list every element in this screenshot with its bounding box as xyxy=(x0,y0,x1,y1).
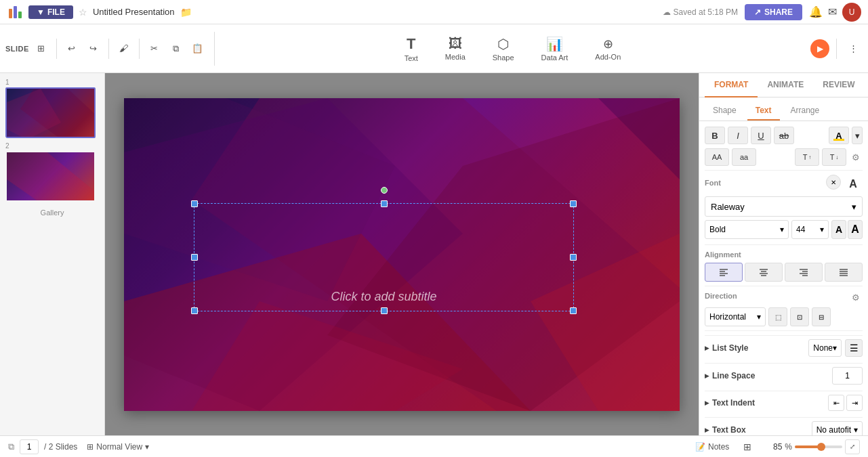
superscript-button[interactable]: T↑ xyxy=(795,148,819,166)
slide-number-input[interactable] xyxy=(20,439,39,454)
notes-button[interactable]: 📝 Notes xyxy=(691,440,733,454)
font-chevron-icon xyxy=(852,202,856,212)
font-a-up-button[interactable]: A xyxy=(844,175,863,194)
direction-rotate-right-btn[interactable]: ⊟ xyxy=(812,307,831,326)
text-box-selected[interactable]: Click to add subtitle xyxy=(194,203,574,311)
handle-middle-left[interactable] xyxy=(191,254,198,261)
zoom-slider-thumb[interactable] xyxy=(817,443,825,451)
handle-top-middle[interactable] xyxy=(381,200,388,207)
color-indicator xyxy=(833,139,844,141)
indent-decrease-button[interactable]: ⇤ xyxy=(828,395,844,411)
play-button[interactable]: ▶ xyxy=(810,39,829,58)
direction-rotate-left-btn[interactable]: ⊡ xyxy=(790,307,809,326)
zoom-control: 85 % ⤢ xyxy=(762,439,860,454)
sub-tab-arrange[interactable]: Arrange xyxy=(783,102,828,121)
handle-middle-right[interactable] xyxy=(570,254,577,261)
direction-horizontal-btn[interactable]: ⬚ xyxy=(768,307,787,326)
direction-settings-icon[interactable]: ⚙ xyxy=(849,290,863,304)
share-button[interactable]: ↗ SHARE xyxy=(745,4,802,20)
divider-2 xyxy=(705,244,863,245)
strikethrough-button[interactable]: ab xyxy=(774,127,794,144)
slide-canvas-1 xyxy=(7,89,94,137)
line-space-header[interactable]: Line Space 1 xyxy=(705,363,863,388)
font-clear-button[interactable]: ✕ xyxy=(826,175,841,190)
right-panel: FORMAT ANIMATE REVIEW Shape Text Arrange… xyxy=(699,73,868,435)
slides-panel: 1 2 Gallery xyxy=(0,73,105,435)
direction-dropdown[interactable]: Horizontal xyxy=(705,307,766,326)
font-size-increase-button[interactable]: A xyxy=(848,220,863,239)
sub-tab-text[interactable]: Text xyxy=(747,102,780,121)
font-size-decrease-button[interactable]: A xyxy=(831,220,846,239)
italic-button[interactable]: I xyxy=(728,127,748,144)
text-tool[interactable]: T Text xyxy=(399,32,423,65)
subscript-button[interactable]: T↓ xyxy=(822,148,846,166)
handle-bottom-left[interactable] xyxy=(191,307,198,314)
folder-icon[interactable]: 📁 xyxy=(180,7,192,18)
tab-format[interactable]: FORMAT xyxy=(705,73,758,97)
list-style-header[interactable]: List Style None ☰ xyxy=(705,335,863,360)
paint-format-button[interactable]: 🖌 xyxy=(115,39,133,58)
shape-tool[interactable]: ⬡ Shape xyxy=(487,33,520,64)
slide-canvas[interactable]: Click to add subtitle xyxy=(124,98,680,411)
copy-button[interactable]: ⧉ xyxy=(167,39,186,58)
cut-button[interactable]: ✂ xyxy=(145,39,164,58)
font-weight-dropdown[interactable]: Bold xyxy=(705,220,789,239)
underline-button[interactable]: U xyxy=(751,127,771,144)
align-left-button[interactable] xyxy=(705,263,743,282)
align-right-button[interactable] xyxy=(785,263,823,282)
lowercase-button[interactable]: aa xyxy=(732,148,756,166)
color-dropdown-button[interactable]: ▾ xyxy=(852,127,863,144)
handle-top-right[interactable] xyxy=(570,200,577,207)
align-justify-button[interactable] xyxy=(825,263,863,282)
slide-thumbnail-1[interactable]: 1 xyxy=(5,79,99,138)
align-center-button[interactable] xyxy=(745,263,783,282)
rotate-handle[interactable] xyxy=(381,187,388,194)
handle-bottom-right[interactable] xyxy=(570,307,577,314)
list-style-more-button[interactable]: ☰ xyxy=(845,339,863,357)
layout-button[interactable]: ⊞ xyxy=(739,438,756,456)
alignment-section: Alignment xyxy=(705,249,863,282)
mail-icon[interactable]: ✉ xyxy=(828,3,837,22)
font-size-dropdown[interactable]: 44 xyxy=(791,220,829,239)
text-color-button[interactable]: A xyxy=(829,127,849,144)
line-space-input[interactable]: 1 xyxy=(832,367,863,385)
canvas-area[interactable]: Click to add subtitle xyxy=(105,73,699,435)
paste-button[interactable]: 📋 xyxy=(188,39,207,58)
slide-img-1[interactable] xyxy=(5,87,96,138)
text-box-fit-dropdown[interactable]: No autofit xyxy=(812,421,863,435)
uppercase-button[interactable]: AA xyxy=(705,148,729,166)
text-box-header[interactable]: Text Box No autofit xyxy=(705,417,863,435)
font-section: Font ✕ A Raleway Bold 44 xyxy=(705,175,863,239)
tab-animate[interactable]: ANIMATE xyxy=(758,73,813,97)
bold-button[interactable]: B xyxy=(705,127,725,144)
indent-increase-button[interactable]: ⇥ xyxy=(846,395,863,411)
media-tool[interactable]: 🖼 Media xyxy=(440,33,471,64)
sub-tab-shape[interactable]: Shape xyxy=(705,102,745,121)
zoom-slider[interactable] xyxy=(795,445,842,448)
tab-review[interactable]: REVIEW xyxy=(813,73,864,97)
zoom-expand-button[interactable]: ⤢ xyxy=(845,439,860,454)
more-options-button[interactable]: ⋮ xyxy=(844,39,863,58)
slide-img-2[interactable] xyxy=(5,151,96,202)
redo-button[interactable]: ↪ xyxy=(84,39,103,58)
add-on-tool[interactable]: ⊕ Add-On xyxy=(590,34,626,64)
direction-label: Direction xyxy=(705,292,737,300)
grid-view-icon[interactable]: ⊞ xyxy=(32,39,51,58)
text-settings-icon[interactable]: ⚙ xyxy=(849,150,863,164)
handle-top-left[interactable] xyxy=(191,200,198,207)
notifications-icon[interactable]: 🔔 xyxy=(809,3,823,22)
slide-thumbnail-2[interactable]: 2 xyxy=(5,142,99,202)
font-name-dropdown[interactable]: Raleway xyxy=(705,196,863,217)
file-menu-button[interactable]: ▼ FILE xyxy=(28,5,73,19)
handle-bottom-middle[interactable] xyxy=(381,307,388,314)
favorite-icon[interactable]: ☆ xyxy=(79,7,87,18)
user-avatar[interactable]: U xyxy=(842,3,861,22)
view-mode-button[interactable]: ⊞ Normal View ▾ xyxy=(83,440,153,454)
list-style-dropdown[interactable]: None xyxy=(808,339,842,357)
cloud-icon: ☁ xyxy=(663,7,671,17)
svg-marker-6 xyxy=(7,152,96,202)
slide-count-label: / 2 Slides xyxy=(44,442,77,452)
text-indent-header[interactable]: Text Indent ⇤ ⇥ xyxy=(705,391,863,414)
undo-button[interactable]: ↩ xyxy=(62,39,81,58)
data-art-tool[interactable]: 📊 Data Art xyxy=(536,33,574,64)
